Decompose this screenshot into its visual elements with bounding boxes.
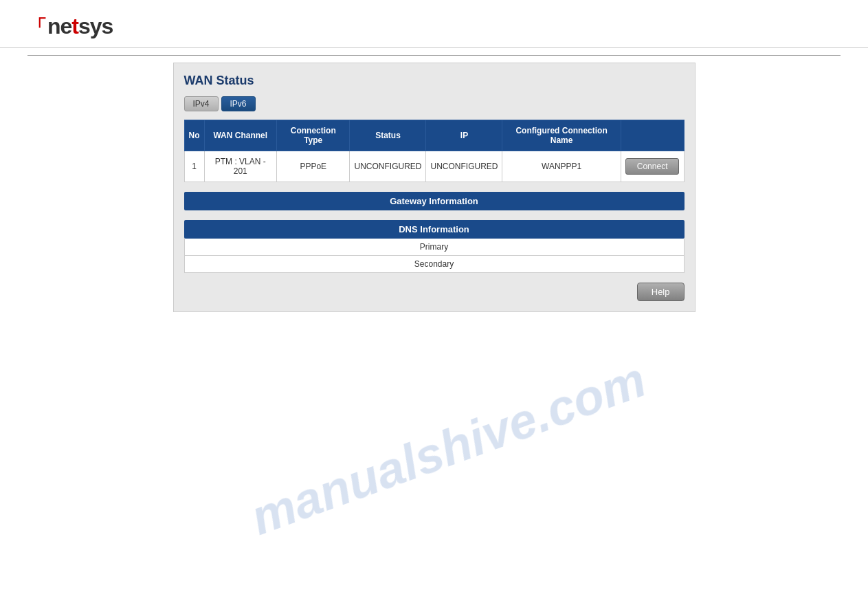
help-btn-container: Help: [184, 283, 685, 301]
cell-ip: UNCONFIGURED: [426, 151, 502, 182]
watermark: manualshive.com: [243, 351, 653, 546]
wan-table: No WAN Channel Connection Type Status IP…: [184, 120, 685, 182]
table-row: 1 PTM : VLAN - 201 PPPoE UNCONFIGURED UN…: [184, 151, 684, 182]
cell-configured-name: WANPPP1: [502, 151, 621, 182]
connect-button[interactable]: Connect: [625, 158, 680, 175]
dns-header: DNS Information: [184, 220, 685, 239]
cell-action: Connect: [621, 151, 684, 182]
logo-text: 「netsys: [27, 14, 113, 41]
cell-wan-channel: PTM : VLAN - 201: [204, 151, 277, 182]
cell-status: UNCONFIGURED: [350, 151, 426, 182]
gateway-section: Gateway Information: [184, 192, 685, 210]
tab-ipv4[interactable]: IPv4: [184, 96, 219, 111]
logo-slash-icon: 「: [27, 17, 46, 38]
cell-no: 1: [184, 151, 204, 182]
cell-connection-type: PPPoE: [277, 151, 350, 182]
col-status: Status: [350, 120, 426, 151]
dns-secondary-row: Secondary: [184, 256, 685, 273]
col-connection-type: Connection Type: [277, 120, 350, 151]
col-configured-connection-name: Configured Connection Name: [502, 120, 621, 151]
help-button[interactable]: Help: [637, 283, 685, 301]
col-wan-channel: WAN Channel: [204, 120, 277, 151]
tab-container: IPv4 IPv6: [184, 96, 685, 111]
logo: 「netsys: [27, 14, 113, 41]
header: 「netsys: [0, 0, 868, 48]
page-title: WAN Status: [184, 74, 685, 88]
dns-section: DNS Information Primary Secondary: [184, 220, 685, 273]
col-action: [621, 120, 684, 151]
col-no: No: [184, 120, 204, 151]
col-ip: IP: [426, 120, 502, 151]
table-header-row: No WAN Channel Connection Type Status IP…: [184, 120, 684, 151]
main-content: WAN Status IPv4 IPv6 No WAN Channel Conn…: [0, 56, 868, 319]
gateway-header: Gateway Information: [184, 192, 685, 210]
dns-primary-row: Primary: [184, 239, 685, 256]
wan-status-panel: WAN Status IPv4 IPv6 No WAN Channel Conn…: [173, 63, 695, 312]
tab-ipv6[interactable]: IPv6: [221, 96, 256, 111]
